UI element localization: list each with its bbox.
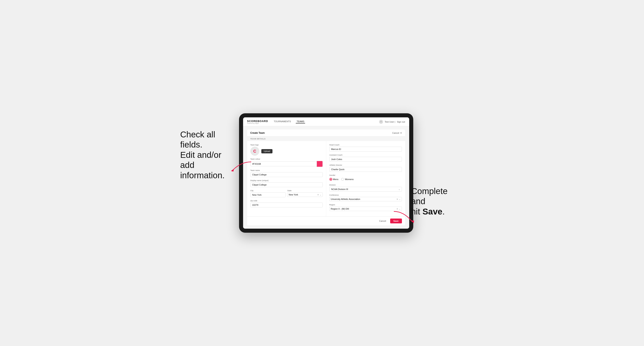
cancel-button[interactable]: Cancel [377,219,388,223]
state-value: New York [289,193,316,196]
team-name-group: Team name [250,169,323,177]
form-right: Head Coach Assistant Coach [326,141,405,216]
division-label: Division [330,184,402,186]
city-input[interactable] [250,192,286,197]
logo-section: C Upload [250,147,323,156]
assistant-coach-group: Assistant Coach [330,154,402,162]
display-name-label: Display name (unique) [250,179,323,181]
conference-value: University Athletic Association [331,198,396,200]
athletic-director-input[interactable] [330,167,402,172]
nav-right: T Test User | Sign out [379,120,405,124]
conference-clear-icon[interactable]: ✕ [396,198,398,200]
annotation-left: Check all fields. Edit and/or add inform… [180,130,233,180]
head-coach-input[interactable] [330,147,402,152]
mens-radio-dot [330,178,332,181]
state-group: State New York ✕ ⌄ [287,189,323,197]
form-left: Team logo C Upload [247,141,326,216]
state-chevron-icon: ⌄ [320,194,321,196]
form-title: Create Team [250,132,265,134]
gender-mens-option[interactable]: Mens [330,178,338,181]
tablet-screen: SCOREBOARD Powered by clippd TOURNAMENTS… [243,117,409,229]
logo-preview: C [250,147,259,156]
gender-radio-group: Mens Womens [330,177,402,181]
logo-sub: Powered by clippd [247,123,268,124]
team-colour-label: Team colour [250,158,323,160]
zip-group: Zip code [250,200,323,207]
form-body: Team logo C Upload [247,141,405,216]
state-select[interactable]: New York ✕ ⌄ [287,192,323,197]
conference-group: Conference University Athletic Associati… [330,194,402,201]
team-name-label: Team name [250,169,323,172]
colour-input[interactable] [250,162,317,166]
nav-tournaments[interactable]: TOURNAMENTS [273,120,292,123]
city-state-row: City State New York ✕ [250,189,323,197]
assistant-coach-label: Assistant Coach [330,154,402,156]
display-name-input[interactable] [250,182,323,187]
main-content: Create Team Cancel ✕ TEAM DETAILS [243,126,409,229]
head-coach-label: Head Coach [330,144,402,146]
team-colour-group: Team colour [250,158,323,167]
region-value: Region II - (M) DIII [331,208,396,210]
state-clear-icon[interactable]: ✕ [317,194,319,196]
head-coach-group: Head Coach [330,144,402,152]
arrow-left-icon [229,160,253,174]
signout-link[interactable]: Sign out [397,121,405,123]
nav-links: TOURNAMENTS TEAMS [273,120,379,123]
womens-radio-dot [341,178,344,181]
colour-input-wrap [250,161,323,167]
team-name-input[interactable] [250,172,323,177]
team-logo-label: Team logo [250,144,323,146]
athletic-director-label: Athletic Director [330,164,402,166]
zip-input[interactable] [250,202,323,207]
division-select-wrap: NCAA Division III [330,187,402,192]
logo-title: SCOREBOARD [247,120,268,123]
nav-teams[interactable]: TEAMS [296,120,305,123]
section-header: TEAM DETAILS [247,137,405,141]
user-avatar: T [379,120,383,124]
user-label: Test User | [385,121,395,123]
annotation-right: Complete and hit Save. [411,186,464,217]
state-label: State [287,189,323,192]
division-select[interactable]: NCAA Division III [330,187,402,192]
division-group: Division NCAA Division III [330,184,402,192]
zip-label: Zip code [250,200,323,202]
assistant-coach-input[interactable] [330,157,402,162]
form-container: Create Team Cancel ✕ TEAM DETAILS [247,130,405,225]
gender-womens-option[interactable]: Womens [341,178,354,181]
display-name-group: Display name (unique) [250,179,323,187]
team-logo-group: Team logo C Upload [250,144,323,156]
city-group: City [250,189,286,197]
conference-label: Conference [330,194,402,196]
athletic-director-group: Athletic Director [330,164,402,172]
conference-chevron-icon: ⌄ [399,198,400,200]
tablet-frame: SCOREBOARD Powered by clippd TOURNAMENTS… [239,113,413,233]
upload-button[interactable]: Upload [261,149,273,153]
gender-label: Gender [330,174,402,176]
region-label: Region [330,204,402,206]
city-label: City [250,189,286,192]
form-header: Create Team Cancel ✕ [247,130,405,137]
arrow-right-icon [390,209,416,228]
conference-select[interactable]: University Athletic Association ✕ ⌄ [330,197,402,201]
cancel-x-button[interactable]: Cancel ✕ [392,132,402,134]
city-state-group: City State New York ✕ [250,189,323,197]
svg-marker-1 [411,220,414,223]
app-logo: SCOREBOARD Powered by clippd [247,120,268,124]
form-footer: Cancel Save [247,216,405,225]
navbar: SCOREBOARD Powered by clippd TOURNAMENTS… [243,117,409,126]
colour-swatch[interactable] [317,161,323,167]
gender-group: Gender Mens Womens [330,174,402,181]
svg-marker-0 [231,169,234,172]
